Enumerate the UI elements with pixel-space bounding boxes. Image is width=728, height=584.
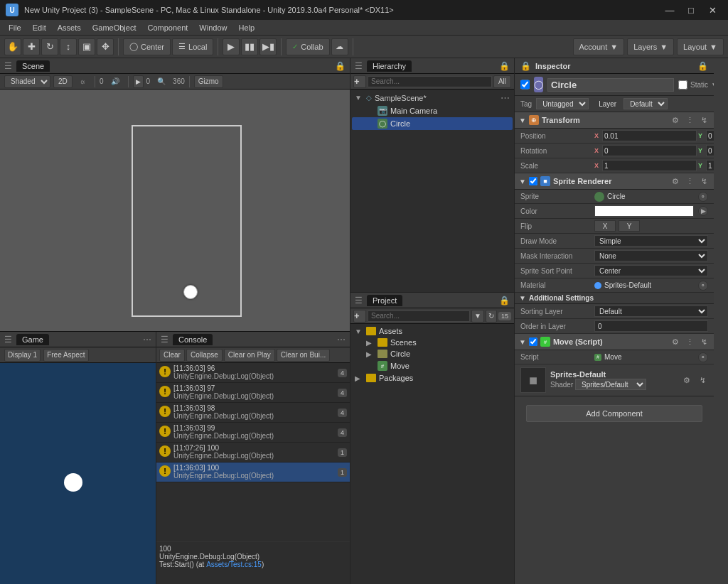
sprites-default-close-icon[interactable]: ↯ — [697, 374, 708, 386]
draw-mode-select[interactable]: Simple — [594, 235, 708, 247]
flip-x-button[interactable]: X — [594, 220, 616, 232]
menu-edit[interactable]: Edit — [27, 22, 52, 33]
shader-select[interactable]: Sprites/Default — [575, 379, 646, 390]
console-item[interactable]: ! [11:36:03] 98 UnityEngine.Debug:Log(Ob… — [156, 403, 350, 423]
sprite-renderer-close-icon[interactable]: ↯ — [698, 175, 710, 187]
object-active-checkbox[interactable] — [520, 80, 530, 90]
flip-y-button[interactable]: Y — [619, 220, 640, 232]
menu-help[interactable]: Help — [232, 22, 260, 33]
console-item[interactable]: ! [11:36:03] 96 UnityEngine.Debug:Log(Ob… — [156, 363, 350, 383]
scene-lock-icon[interactable]: 🔒 — [335, 61, 346, 71]
console-list[interactable]: ! [11:36:03] 96 UnityEngine.Debug:Log(Ob… — [156, 363, 350, 541]
sprites-default-settings-icon[interactable]: ⚙ — [681, 374, 692, 386]
position-x-input[interactable] — [602, 130, 697, 141]
scene-tab[interactable]: Scene — [16, 60, 50, 72]
project-add-button[interactable]: + — [353, 310, 366, 323]
display-select[interactable]: Display 1 — [4, 349, 41, 362]
move-script-header[interactable]: ▼ # Move (Script) ⚙ ⋮ ↯ — [515, 334, 714, 350]
move-script-settings-icon[interactable]: ⚙ — [670, 336, 681, 347]
collapse-button[interactable]: Collapse — [186, 349, 223, 362]
transform-close-icon[interactable]: ↯ — [698, 114, 710, 126]
aspect-select[interactable]: Free Aspect — [43, 349, 88, 362]
menu-window[interactable]: Window — [193, 22, 232, 33]
static-checkbox[interactable] — [678, 80, 687, 90]
additional-settings-header[interactable]: ▼ Additional Settings — [515, 293, 714, 304]
rotation-x-input[interactable] — [602, 145, 697, 156]
sprite-renderer-checkbox[interactable] — [529, 177, 537, 185]
menu-assets[interactable]: Assets — [52, 22, 87, 33]
shading-mode-select[interactable]: Shaded — [4, 75, 50, 88]
project-packages-item[interactable]: ▶ Packages — [352, 372, 513, 384]
clear-on-play-button[interactable]: Clear on Play — [224, 349, 275, 362]
layers-button[interactable]: Layers ▼ — [627, 38, 674, 55]
move-script-close-icon[interactable]: ↯ — [698, 336, 710, 347]
sprite-renderer-overflow-icon[interactable]: ⋮ — [684, 175, 695, 187]
console-item[interactable]: ! [11:07:26] 100 UnityEngine.Debug:Log(O… — [156, 443, 350, 463]
console-item[interactable]: ! [11:36:03] 99 UnityEngine.Debug:Log(Ob… — [156, 423, 350, 443]
hierarchy-add-button[interactable]: + — [353, 75, 366, 88]
move-tool[interactable]: ✚ — [23, 38, 40, 55]
menu-file[interactable]: File — [3, 22, 27, 33]
sorting-layer-select[interactable]: Default — [594, 305, 708, 317]
hierarchy-lock-icon[interactable]: 🔒 — [499, 61, 510, 71]
console-item[interactable]: ! [11:36:03] 97 UnityEngine.Debug:Log(Ob… — [156, 383, 350, 403]
local-button[interactable]: ☰ Local — [172, 38, 213, 55]
hand-tool[interactable]: ✋ — [4, 38, 21, 55]
rect-tool[interactable]: ▣ — [78, 38, 95, 55]
2d-button[interactable]: 2D — [53, 75, 73, 88]
project-move-item[interactable]: # Move — [352, 359, 513, 372]
project-scenes-item[interactable]: ▶ Scenes — [352, 337, 513, 348]
rotate-tool[interactable]: ↻ — [41, 38, 58, 55]
layer-select[interactable]: Default — [623, 98, 668, 109]
scene-menu-icon[interactable]: ⋯ — [500, 92, 510, 103]
move-script-checkbox[interactable] — [529, 337, 537, 346]
game-lock-icon[interactable]: ⋯ — [143, 335, 151, 345]
static-dropdown-icon[interactable]: ▼ — [711, 81, 714, 89]
project-search-input[interactable] — [368, 310, 470, 322]
audio-button[interactable]: 🔊 — [107, 75, 124, 88]
scale-x-input[interactable] — [602, 160, 697, 171]
position-y-input[interactable] — [706, 130, 714, 141]
hierarchy-circle-item[interactable]: ◯ Circle — [352, 117, 513, 130]
hierarchy-camera-item[interactable]: 📷 Main Camera — [352, 104, 513, 117]
transform-settings-icon[interactable]: ⚙ — [670, 114, 681, 126]
sprite-sort-point-select[interactable]: Center — [594, 265, 708, 276]
hierarchy-all-button[interactable]: All — [493, 75, 511, 88]
minimize-button[interactable]: — — [660, 2, 680, 18]
order-in-layer-input[interactable] — [594, 320, 708, 332]
script-picker-button[interactable]: ⚬ — [698, 352, 708, 362]
scene-search-button[interactable]: 🔍 — [153, 75, 170, 88]
account-button[interactable]: Account ▼ — [573, 38, 625, 55]
menu-gameobject[interactable]: GameObject — [87, 22, 142, 33]
play-button[interactable]: ▶ — [223, 38, 240, 55]
hierarchy-search-input[interactable] — [368, 76, 492, 87]
mask-interaction-select[interactable]: None — [594, 250, 708, 261]
console-tab[interactable]: Console — [173, 334, 213, 345]
collab-button[interactable]: ✓ Collab — [286, 38, 329, 55]
transform-overflow-icon[interactable]: ⋮ — [684, 114, 695, 126]
color-picker-button[interactable]: ▶ — [698, 206, 708, 216]
console-item[interactable]: ! [11:36:03] 100 UnityEngine.Debug:Log(O… — [156, 463, 350, 482]
fx-button[interactable]: ▶ — [133, 75, 144, 88]
game-tab[interactable]: Game — [16, 334, 49, 345]
move-script-overflow-icon[interactable]: ⋮ — [684, 336, 695, 347]
layout-button[interactable]: Layout ▼ — [677, 38, 724, 55]
console-link[interactable]: Assets/Test.cs:15 — [206, 561, 262, 568]
center-button[interactable]: ◯ Center — [123, 38, 171, 55]
project-assets-item[interactable]: ▼ Assets — [352, 325, 513, 337]
rotation-y-input[interactable] — [706, 145, 714, 156]
clear-on-build-button[interactable]: Clear on Bui... — [277, 349, 330, 362]
project-lock-icon[interactable]: 🔒 — [499, 296, 510, 305]
scene-light-button[interactable]: ☼ — [75, 75, 90, 88]
add-component-button[interactable]: Add Component — [526, 405, 702, 422]
hierarchy-tab[interactable]: Hierarchy — [367, 60, 412, 72]
gizmo-button[interactable]: Gizmo — [194, 75, 223, 88]
cloud-button[interactable]: ☁ — [331, 38, 348, 55]
maximize-button[interactable]: □ — [681, 2, 701, 18]
menu-component[interactable]: Component — [141, 22, 193, 33]
project-tab[interactable]: Project — [367, 295, 402, 306]
project-circle-item[interactable]: ▶ Circle — [352, 348, 513, 359]
scale-tool[interactable]: ↕ — [60, 38, 77, 55]
transform-tool[interactable]: ✥ — [97, 38, 114, 55]
tag-select[interactable]: Untagged — [536, 98, 589, 109]
